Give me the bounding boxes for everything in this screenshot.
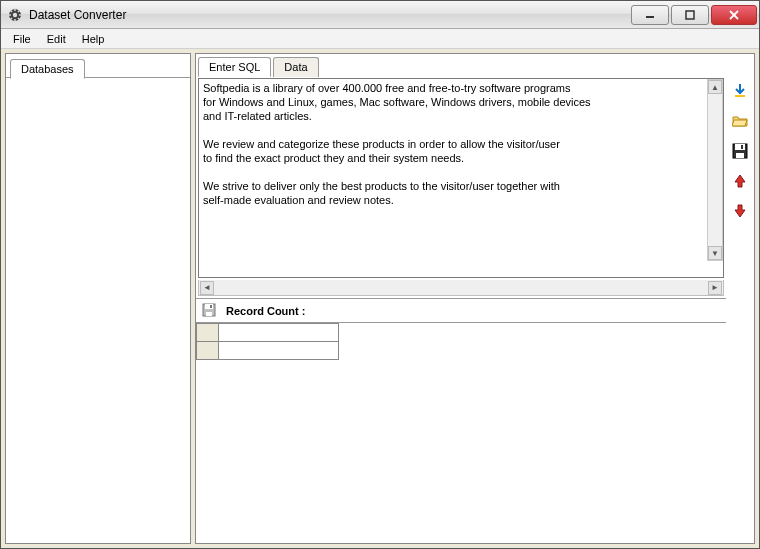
left-panel: Databases [5,53,191,544]
execute-button[interactable] [730,82,750,102]
vertical-scrollbar[interactable]: ▲ ▼ [707,79,723,261]
svg-rect-20 [735,144,745,150]
svg-rect-16 [206,312,212,316]
sql-toolbar [726,76,754,543]
menu-file[interactable]: File [5,31,39,47]
open-folder-icon [732,113,748,131]
scroll-right-icon[interactable]: ► [708,281,722,295]
sql-editor[interactable]: Softpedia is a library of over 400.000 f… [199,79,723,277]
download-icon [732,83,748,101]
grid-cell[interactable] [219,342,339,360]
horizontal-scrollbar[interactable]: ◄ ► [198,280,724,296]
window-controls [629,5,757,25]
svg-rect-22 [741,145,743,149]
close-button[interactable] [711,5,757,25]
menu-bar: File Edit Help [1,29,759,49]
result-header: Record Count : [196,298,726,322]
svg-rect-21 [736,153,744,158]
grid-cell[interactable] [219,324,339,342]
scroll-left-icon[interactable]: ◄ [200,281,214,295]
left-tabstrip: Databases [6,54,190,78]
grid-table [196,323,339,360]
grid-row-header[interactable] [197,324,219,342]
svg-rect-11 [686,11,694,19]
tab-enter-sql[interactable]: Enter SQL [198,57,271,77]
move-up-button[interactable] [730,172,750,192]
app-icon [7,7,23,23]
arrow-down-icon [733,204,747,220]
minimize-button[interactable] [631,5,669,25]
arrow-up-icon [733,174,747,190]
sql-editor-wrap: Softpedia is a library of over 400.000 f… [198,78,724,278]
menu-edit[interactable]: Edit [39,31,74,47]
record-count-label: Record Count : [226,305,305,317]
save-icon [732,143,748,161]
move-down-button[interactable] [730,202,750,222]
open-button[interactable] [730,112,750,132]
save-result-icon[interactable] [202,303,218,319]
result-grid[interactable] [196,322,726,543]
client-area: Databases Enter SQL Data Softpedia is a … [1,49,759,548]
title-bar: Dataset Converter [1,1,759,29]
svg-rect-18 [735,95,745,97]
databases-tree[interactable] [6,78,190,543]
svg-rect-17 [210,305,212,308]
menu-help[interactable]: Help [74,31,113,47]
save-button[interactable] [730,142,750,162]
window-title: Dataset Converter [29,8,629,22]
tab-data[interactable]: Data [273,57,318,77]
scroll-up-icon[interactable]: ▲ [708,80,722,94]
right-tabstrip: Enter SQL Data [196,54,754,76]
grid-row-header[interactable] [197,342,219,360]
scroll-down-icon[interactable]: ▼ [708,246,722,260]
right-panel: Enter SQL Data Softpedia is a library of… [195,53,755,544]
maximize-button[interactable] [671,5,709,25]
svg-point-1 [13,12,17,16]
tab-databases[interactable]: Databases [10,59,85,79]
